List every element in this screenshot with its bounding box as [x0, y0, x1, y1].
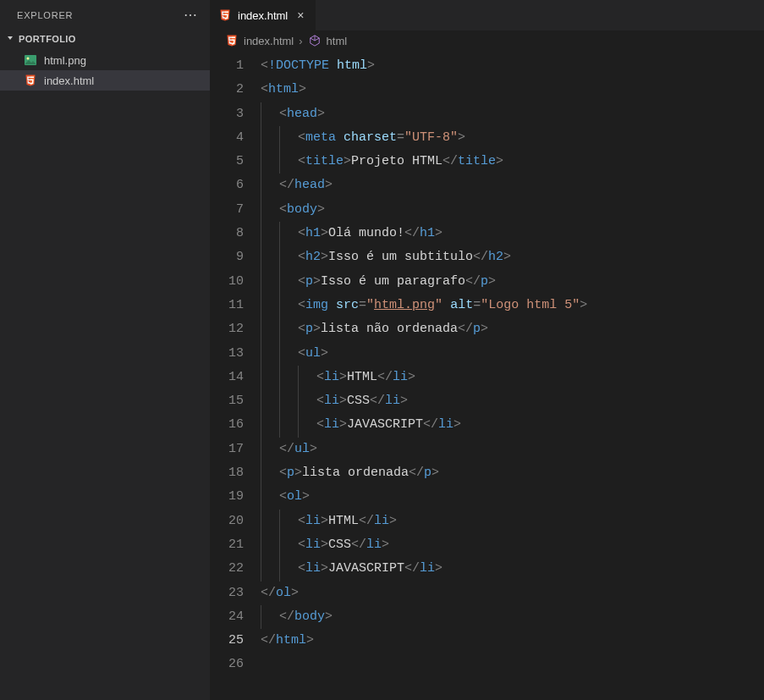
file-item[interactable]: html.png	[0, 50, 210, 70]
code-line[interactable]	[261, 653, 764, 676]
close-icon[interactable]: ×	[294, 8, 307, 22]
code-line[interactable]: <li>HTML</li>	[261, 366, 764, 389]
code-area[interactable]: <!DOCTYPE html><html><head><meta charset…	[261, 54, 764, 700]
token-tag: ol	[276, 581, 291, 605]
token-tag: p	[287, 461, 294, 485]
indent-guide	[279, 533, 280, 557]
indent-guide	[261, 174, 261, 197]
line-number: 26	[210, 653, 244, 676]
token-brk: >	[306, 629, 314, 653]
token-tag: html	[276, 629, 306, 653]
html5-icon	[225, 34, 239, 47]
code-editor[interactable]: 1234567891011121314151617181920212223242…	[210, 51, 764, 700]
code-line[interactable]: <img src="html.png" alt="Logo html 5">	[261, 294, 764, 317]
more-actions-icon[interactable]: ⋯	[184, 7, 198, 23]
line-number: 8	[210, 222, 244, 245]
indent-guide	[261, 605, 261, 629]
token-tag: p	[424, 461, 431, 485]
token-brk: </	[359, 510, 374, 533]
token-brk: <	[298, 557, 305, 581]
code-line[interactable]: <head>	[261, 102, 764, 126]
token-txt: Olá mundo!	[328, 222, 404, 245]
code-line[interactable]: <ul>	[261, 342, 764, 366]
line-number: 24	[210, 605, 244, 629]
html5-icon	[24, 74, 37, 87]
code-line[interactable]: <h1>Olá mundo!</h1>	[261, 222, 764, 245]
token-tag: li	[324, 366, 339, 389]
code-line[interactable]: <li>JAVASCRIPT</li>	[261, 413, 764, 437]
indent-guide	[261, 245, 261, 269]
token-tag: h1	[305, 222, 321, 245]
line-number: 13	[210, 342, 244, 366]
token-brk: >	[294, 461, 302, 485]
code-line[interactable]: <body>	[261, 198, 764, 222]
token-brk: </	[404, 222, 420, 245]
token-txt: Projeto HTML	[351, 150, 442, 174]
token-brk: <	[316, 413, 324, 437]
indent-guide	[279, 366, 280, 389]
line-number: 23	[210, 581, 244, 605]
token-brk: >	[299, 78, 306, 102]
html5-icon	[218, 8, 232, 22]
code-line[interactable]: <li>JAVASCRIPT</li>	[261, 557, 764, 581]
code-line[interactable]: <p>lista não ordenada</p>	[261, 317, 764, 341]
code-line[interactable]: <li>HTML</li>	[261, 510, 764, 533]
token-brk: </	[279, 605, 294, 629]
token-brk: >	[339, 413, 347, 437]
token-tag: li	[420, 557, 435, 581]
token-brk: <	[261, 78, 268, 102]
token-brk: >	[382, 533, 389, 557]
indent-guide	[261, 317, 261, 341]
token-txt: Isso é um subtitulo	[328, 245, 473, 269]
code-line[interactable]: <h2>Isso é um subtitulo</h2>	[261, 245, 764, 269]
token-attr: charset	[344, 126, 397, 150]
code-line[interactable]: <html>	[261, 78, 764, 102]
line-number: 6	[210, 174, 244, 197]
token-tag: li	[324, 413, 339, 437]
indent-guide	[279, 413, 280, 437]
file-item[interactable]: index.html	[0, 70, 210, 91]
indent-guide	[261, 270, 261, 294]
line-number: 16	[210, 413, 244, 437]
code-line[interactable]: <li>CSS</li>	[261, 533, 764, 557]
code-line[interactable]: <!DOCTYPE html>	[261, 54, 764, 78]
token-attr: src	[336, 294, 359, 317]
token-tag: li	[305, 557, 321, 581]
token-tag: h1	[420, 222, 435, 245]
token-brk: <	[298, 222, 305, 245]
line-number: 17	[210, 438, 244, 461]
explorer-title: EXPLORER	[17, 10, 73, 20]
token-brk: </	[351, 533, 366, 557]
token-brk: <	[298, 150, 305, 174]
breadcrumb[interactable]: index.html › html	[210, 30, 764, 51]
code-line[interactable]: </html>	[261, 629, 764, 653]
code-line[interactable]: <meta charset="UTF-8">	[261, 126, 764, 150]
token-brk: >	[481, 317, 488, 341]
editor-tab[interactable]: index.html×	[210, 0, 316, 30]
line-number: 25	[210, 629, 244, 653]
code-line[interactable]: <ol>	[261, 485, 764, 509]
code-line[interactable]: </head>	[261, 174, 764, 197]
token-brk: <	[279, 461, 287, 485]
code-line[interactable]: <p>lista ordenada</p>	[261, 461, 764, 485]
token-brk: =	[359, 294, 366, 317]
code-line[interactable]: </ol>	[261, 581, 764, 605]
code-line[interactable]: </body>	[261, 605, 764, 629]
code-line[interactable]: <title>Projeto HTML</title>	[261, 150, 764, 174]
indent-guide	[261, 557, 261, 581]
line-number: 3	[210, 102, 244, 126]
editor-main: index.html× index.html › html 1234567891…	[210, 0, 764, 700]
token-tag: li	[385, 389, 400, 413]
token-brk: >	[488, 270, 496, 294]
indent-guide	[261, 150, 261, 174]
token-brk: <	[279, 102, 287, 126]
folder-header[interactable]: PORTFOLIO	[0, 30, 210, 48]
gutter: 1234567891011121314151617181920212223242…	[210, 54, 261, 700]
token-brk: >	[325, 174, 333, 197]
token-brk: >	[302, 485, 310, 509]
code-line[interactable]: </ul>	[261, 438, 764, 461]
code-line[interactable]: <p>Isso é um paragrafo</p>	[261, 270, 764, 294]
code-line[interactable]: <li>CSS</li>	[261, 389, 764, 413]
token-tag: p	[481, 270, 488, 294]
breadcrumb-separator: ›	[299, 35, 302, 47]
